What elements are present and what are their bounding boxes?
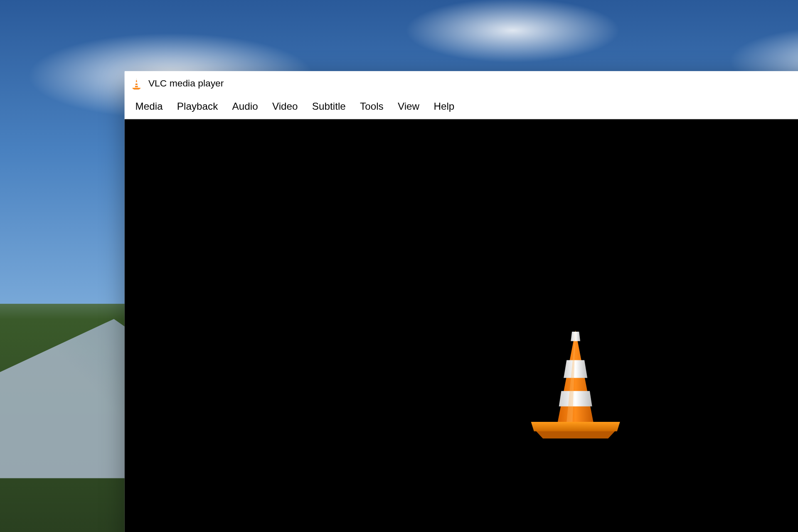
window-title: VLC media player (148, 78, 224, 89)
svg-marker-1 (132, 88, 140, 89)
titlebar[interactable]: VLC media player (125, 71, 798, 96)
menu-audio[interactable]: Audio (225, 99, 265, 115)
menu-playback[interactable]: Playback (170, 99, 225, 115)
svg-marker-7 (531, 421, 620, 431)
vlc-cone-logo (525, 327, 626, 439)
vlc-cone-icon (131, 78, 143, 90)
menu-help[interactable]: Help (426, 99, 461, 115)
menu-media[interactable]: Media (128, 99, 170, 115)
menu-view[interactable]: View (391, 99, 426, 115)
vlc-window: VLC media player Media Playback Audio Vi… (125, 71, 798, 532)
menu-video[interactable]: Video (265, 99, 305, 115)
menu-tools[interactable]: Tools (353, 99, 391, 115)
menubar: Media Playback Audio Video Subtitle Tool… (125, 96, 798, 119)
video-area[interactable] (125, 119, 798, 532)
menu-subtitle[interactable]: Subtitle (305, 99, 353, 115)
